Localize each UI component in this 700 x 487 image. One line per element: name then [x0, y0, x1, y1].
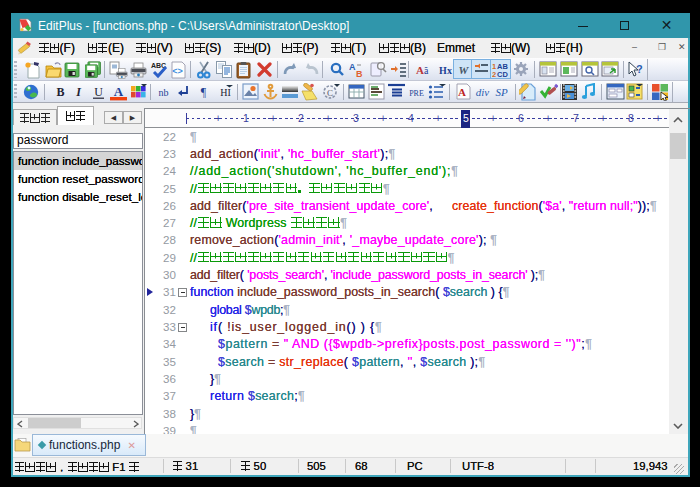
svg-text:A: A	[458, 86, 466, 98]
svg-text:<>: <>	[172, 66, 183, 76]
svg-text:?: ?	[636, 63, 643, 75]
svg-text:nb: nb	[159, 87, 169, 98]
svg-text:U: U	[94, 85, 103, 99]
svg-text:A: A	[416, 64, 424, 76]
svg-text:A: A	[349, 62, 356, 72]
svg-text:I: I	[75, 85, 82, 99]
svg-text:B: B	[356, 69, 363, 78]
svg-text:B: B	[56, 85, 64, 99]
svg-text:C: C	[327, 88, 333, 98]
svg-text:HI: HI	[220, 87, 231, 98]
svg-text:ã: ã	[424, 65, 429, 76]
svg-text:SP: SP	[495, 86, 508, 98]
svg-text:div: div	[476, 86, 490, 98]
svg-text:PRE: PRE	[409, 89, 424, 98]
svg-text:Hx: Hx	[439, 65, 452, 76]
svg-text:2: 2	[492, 70, 496, 78]
svg-text:W: W	[459, 64, 470, 76]
svg-text:¶: ¶	[201, 85, 207, 99]
svg-text:A: A	[114, 84, 124, 99]
svg-text:CD: CD	[497, 70, 508, 78]
